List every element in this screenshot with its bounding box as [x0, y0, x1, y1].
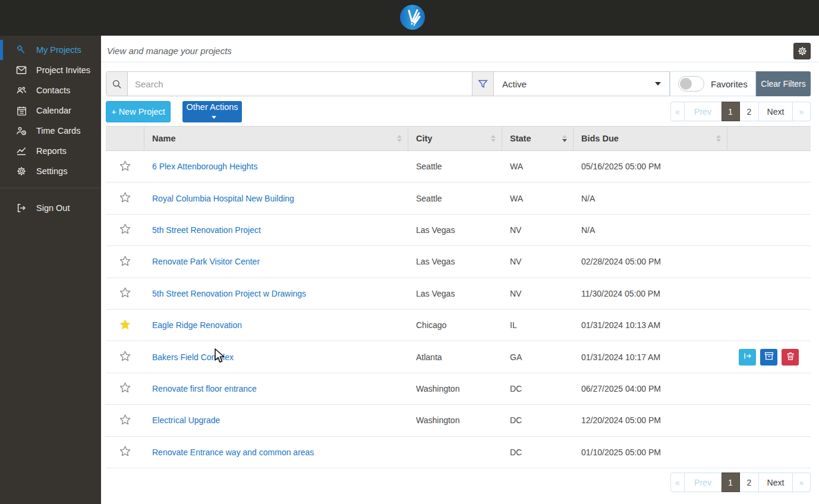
pagination-last[interactable]: » [793, 102, 811, 121]
sort-icon [491, 135, 496, 142]
favorite-star-button[interactable] [106, 256, 144, 268]
state-cell: NV [502, 257, 574, 266]
project-name-link[interactable]: Renovate first floor entrance [152, 384, 257, 393]
table-row: Royal Columbia Hospital New Building Sea… [106, 182, 811, 214]
favorites-filter: Favorites [670, 71, 756, 96]
favorite-star-button[interactable] [106, 414, 144, 427]
pagination-page-2[interactable]: 2 [740, 102, 759, 121]
header-actions-column [727, 127, 811, 150]
favorite-star-button[interactable] [106, 223, 144, 236]
contacts-icon [15, 84, 27, 96]
pagination-page-1[interactable]: 1 [722, 472, 740, 492]
header-city[interactable]: City [408, 127, 502, 150]
sidebar-item-label: Settings [36, 166, 67, 176]
star-icon [119, 446, 131, 458]
gear-icon [797, 46, 808, 56]
pagination-prev[interactable]: Prev [685, 102, 722, 121]
sidebar-item-label: Calendar [36, 106, 71, 115]
move-row-button[interactable] [739, 349, 756, 366]
pagination-page-2[interactable]: 2 [740, 472, 759, 492]
star-filled-icon [119, 319, 131, 332]
bids-due-cell: 06/27/2025 04:00 PM [574, 384, 727, 393]
search-input[interactable] [128, 72, 472, 96]
project-name-link[interactable]: Bakers Field Complex [152, 352, 234, 362]
project-name-link[interactable]: Electrical Upgrade [152, 415, 220, 425]
sidebar-item-project-invites[interactable]: Project Invites [0, 60, 101, 80]
page-settings-button[interactable] [793, 43, 811, 59]
pagination-next[interactable]: Next [759, 472, 793, 492]
row-actions [739, 349, 811, 366]
favorites-toggle[interactable] [678, 76, 704, 92]
sidebar-item-time-cards[interactable]: Time Cards [0, 121, 101, 141]
status-filter-group: Active [472, 71, 670, 96]
delete-row-button[interactable] [782, 349, 799, 366]
project-name-link[interactable]: Royal Columbia Hospital New Building [152, 194, 294, 203]
bids-due-cell: N/A [574, 194, 727, 203]
star-icon [119, 351, 131, 363]
sidebar-item-label: My Projects [36, 45, 81, 55]
sort-icon [397, 135, 402, 142]
bids-due-cell: 05/16/2025 05:00 PM [574, 162, 727, 171]
header-favorite-column [106, 127, 144, 150]
sidebar-divider [0, 188, 101, 188]
favorite-star-button[interactable] [106, 192, 144, 204]
sidebar-item-my-projects[interactable]: My Projects [0, 40, 101, 60]
project-name-link[interactable]: Renovate Entrance way and common areas [152, 448, 314, 457]
sidebar-item-sign-out[interactable]: Sign Out [0, 198, 101, 218]
state-cell: GA [502, 352, 574, 362]
favorite-star-button[interactable] [106, 160, 144, 173]
favorite-star-button[interactable] [106, 319, 144, 332]
city-cell: Las Vegas [408, 289, 502, 298]
search-icon [106, 72, 128, 96]
status-filter-select[interactable]: Active [494, 72, 669, 96]
reports-icon [15, 145, 27, 157]
sidebar-item-label: Contacts [36, 86, 70, 95]
other-actions-button[interactable]: Other Actions [182, 101, 242, 122]
project-name-link[interactable]: 5th Street Renovation Project w Drawings [152, 289, 306, 298]
sidebar-item-calendar[interactable]: Calendar [0, 100, 101, 121]
header-bids-due[interactable]: Bids Due [574, 127, 727, 150]
favorite-star-button[interactable] [106, 446, 144, 458]
sidebar-item-contacts[interactable]: Contacts [0, 80, 101, 100]
city-cell: Chicago [408, 320, 502, 330]
star-icon [119, 414, 131, 427]
delete-icon [785, 351, 796, 363]
project-name-link[interactable]: 5th Street Renovation Project [152, 225, 261, 235]
table-row: 5th Street Renovation Project Las Vegas … [106, 215, 811, 246]
table-row: 6 Plex Attenborough Heights Seattle WA 0… [106, 151, 811, 182]
table-row: Renovate Park Visitor Center Las Vegas N… [106, 246, 811, 278]
table-row: Renovate first floor entrance Washington… [106, 373, 811, 405]
state-cell: NV [502, 289, 574, 298]
new-project-button[interactable]: + New Project [106, 101, 171, 122]
state-cell: DC [502, 384, 574, 393]
city-cell: Seattle [408, 194, 502, 203]
chevron-down-icon [212, 116, 216, 119]
project-name-link[interactable]: 6 Plex Attenborough Heights [152, 162, 257, 171]
clear-filters-button[interactable]: Clear Filters [756, 71, 811, 96]
project-name-link[interactable]: Renovate Park Visitor Center [152, 257, 260, 266]
header-state[interactable]: State [502, 127, 574, 150]
city-cell: Washington [408, 415, 502, 425]
pagination-last[interactable]: » [793, 472, 811, 492]
favorite-star-button[interactable] [106, 351, 144, 363]
pagination-first[interactable]: « [670, 102, 685, 121]
state-cell: DC [502, 415, 574, 425]
favorite-star-button[interactable] [106, 287, 144, 300]
pagination-first[interactable]: « [670, 472, 685, 492]
archive-row-button[interactable] [760, 349, 777, 366]
status-filter-value: Active [502, 79, 527, 89]
pagination-page-1[interactable]: 1 [722, 102, 740, 121]
sidebar-item-reports[interactable]: Reports [0, 141, 101, 161]
header-name[interactable]: Name [144, 127, 408, 150]
project-name-link[interactable]: Eagle Ridge Renovation [152, 320, 242, 330]
bids-due-cell: 02/28/2024 05:00 PM [574, 257, 727, 266]
pagination-prev[interactable]: Prev [685, 472, 722, 492]
table-row: 5th Street Renovation Project w Drawings… [106, 278, 811, 310]
sidebar-item-settings[interactable]: Settings [0, 161, 101, 181]
sidebar-item-label: Time Cards [36, 126, 80, 136]
pagination-next[interactable]: Next [759, 102, 793, 121]
archive-icon [764, 351, 774, 363]
favorite-star-button[interactable] [106, 382, 144, 395]
bids-due-cell: 01/31/2024 10:17 AM [574, 352, 727, 362]
chevron-down-icon [655, 82, 661, 86]
